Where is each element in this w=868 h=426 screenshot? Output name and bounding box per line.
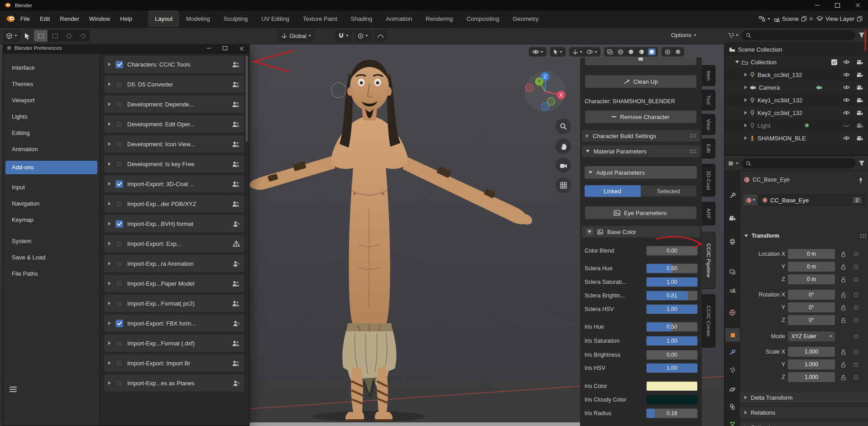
rotation-y-field[interactable]: 0°	[788, 302, 835, 312]
outliner-editor-type-button[interactable]	[728, 32, 739, 38]
properties-search-input[interactable]	[742, 158, 855, 168]
selected-button[interactable]: Selected	[641, 185, 697, 197]
sidebar-item-system[interactable]: System	[5, 235, 97, 248]
pin-icon[interactable]	[858, 177, 863, 184]
relations-section[interactable]: Relations	[740, 407, 868, 418]
addon-checkbox[interactable]	[115, 340, 123, 347]
expand-icon[interactable]	[108, 262, 115, 265]
addon-row[interactable]: Import-Export: 3D-Coat ...	[104, 175, 245, 193]
scale-z-field[interactable]: 1.000	[788, 372, 835, 382]
lock-icon[interactable]	[841, 277, 846, 282]
select-mode-tweak-button[interactable]	[34, 30, 48, 42]
addon-row[interactable]: Import-Exp...Paper Model	[104, 274, 245, 292]
sidebar-item-editing[interactable]: Editing	[5, 126, 97, 140]
animate-dot[interactable]	[854, 306, 858, 310]
outliner-row-collection[interactable]: Collection	[724, 56, 868, 68]
shading-wireframe-button[interactable]	[617, 48, 624, 55]
animate-dot[interactable]	[854, 252, 858, 256]
expand-icon[interactable]	[108, 321, 115, 325]
view-layer-selector[interactable]: View Layer	[816, 15, 863, 22]
hide-eye-toggle[interactable]	[843, 110, 850, 115]
tab-rendering[interactable]: Rendering	[419, 10, 460, 27]
hide-eye-toggle[interactable]	[843, 136, 850, 140]
show-object-types-dropdown[interactable]	[531, 49, 544, 55]
zoom-button[interactable]	[556, 119, 571, 134]
addon-checkbox[interactable]	[115, 120, 123, 128]
lock-icon[interactable]	[841, 317, 846, 323]
linked-button[interactable]: Linked	[585, 185, 641, 197]
rotation-x-field[interactable]: 0°	[788, 290, 835, 300]
prefs-maximize-icon[interactable]	[223, 46, 227, 50]
addon-row[interactable]: Characters: CC/iC Tools	[104, 55, 245, 73]
expand-icon[interactable]	[108, 142, 115, 146]
lock-icon[interactable]	[841, 362, 846, 368]
xray-toggle[interactable]	[606, 49, 614, 55]
tab-view-layer-properties[interactable]	[724, 265, 740, 279]
outliner-row-key2-light[interactable]: Key2_cc3iid_132	[724, 106, 868, 119]
clipped-top-button[interactable]	[585, 57, 697, 66]
tab-scene-properties[interactable]	[724, 283, 740, 297]
sidebar-item-interface[interactable]: Interface	[5, 61, 97, 75]
editor-type-button[interactable]	[3, 30, 20, 42]
pan-button[interactable]	[556, 139, 571, 154]
tab-modeling[interactable]: Modeling	[179, 10, 217, 27]
iris-brightness-slider[interactable]: 0.00	[646, 350, 698, 360]
collapsed-icon[interactable]	[744, 124, 747, 127]
menu-render[interactable]: Render	[55, 15, 84, 22]
character-model[interactable]	[245, 54, 543, 423]
browse-material-button[interactable]	[743, 195, 757, 206]
timeline-strip[interactable]	[249, 422, 580, 426]
lock-icon[interactable]	[841, 374, 846, 380]
tab-object-properties[interactable]	[725, 328, 740, 342]
shading-rendered-button[interactable]	[648, 48, 656, 55]
addon-checkbox[interactable]	[115, 160, 123, 168]
iris-saturation-slider[interactable]: 1.00	[646, 336, 698, 346]
select-mode-lasso-button[interactable]	[76, 30, 90, 42]
location-x-field[interactable]: 0 m	[788, 249, 835, 259]
tab-texture-paint[interactable]: Texture Paint	[296, 10, 344, 27]
render-toggle[interactable]	[856, 110, 863, 115]
expand-icon[interactable]	[108, 302, 115, 305]
shading-solid-button[interactable]	[627, 48, 635, 55]
addon-checkbox[interactable]	[115, 359, 123, 367]
empty-object-marker[interactable]	[331, 82, 346, 98]
prefs-minimize-icon[interactable]	[207, 48, 211, 48]
snap-toggle-button[interactable]	[335, 30, 352, 42]
menu-file[interactable]: File	[15, 15, 35, 22]
properties-editor-type-button[interactable]	[728, 160, 739, 167]
tab-item[interactable]: Item	[702, 65, 715, 86]
expand-icon[interactable]	[108, 381, 115, 385]
lock-icon[interactable]	[841, 251, 846, 257]
outliner-row-camera[interactable]: Camera	[724, 81, 868, 94]
expand-icon[interactable]	[108, 62, 115, 66]
lock-icon[interactable]	[841, 305, 846, 311]
collapsed-icon[interactable]	[744, 98, 747, 102]
sclera-brightness-slider[interactable]: 0.81	[646, 291, 698, 301]
outliner-row-back-light[interactable]: Back_cc3iid_132	[724, 68, 868, 81]
tab-compositing[interactable]: Compositing	[460, 10, 506, 27]
addon-row[interactable]: Import-Exp...es as Planes	[104, 374, 245, 392]
expand-icon[interactable]	[108, 202, 115, 206]
hide-eye-toggle[interactable]	[843, 85, 850, 90]
filter-icon[interactable]	[858, 160, 865, 166]
adjust-parameters-header[interactable]: Adjust Parameters	[585, 166, 697, 179]
expand-icon[interactable]	[108, 122, 115, 126]
material-users-count[interactable]: 2	[853, 197, 861, 203]
sidebar-item-navigation[interactable]: Navigation	[5, 197, 97, 211]
tab-physics-properties[interactable]	[724, 383, 740, 396]
grip-icon[interactable]	[690, 149, 691, 151]
maximize-button[interactable]	[827, 0, 848, 10]
expanded-icon[interactable]	[735, 61, 739, 63]
tab-edit[interactable]: Edit	[702, 139, 715, 158]
tab-view[interactable]: View	[702, 114, 715, 135]
scene-selector[interactable]: Scene	[773, 15, 813, 22]
grip-icon[interactable]	[860, 234, 862, 235]
lock-icon[interactable]	[841, 349, 846, 355]
menu-help[interactable]: Help	[115, 15, 137, 22]
render-toggle[interactable]	[856, 60, 863, 65]
addon-row[interactable]: Development: Is key Free	[104, 155, 245, 173]
addon-checkbox[interactable]	[115, 200, 123, 208]
sidebar-item-addons[interactable]: Add-ons	[5, 161, 97, 174]
addon-row[interactable]: Import-Export: FBX form...	[104, 314, 245, 332]
expand-icon[interactable]	[108, 341, 115, 345]
